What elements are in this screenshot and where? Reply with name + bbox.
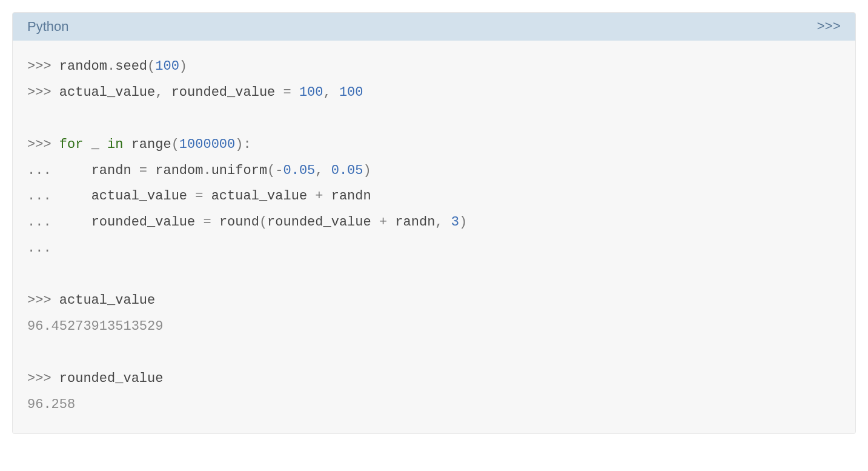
code-text: = [187, 189, 211, 204]
code-text: _ [91, 137, 99, 152]
code-text: , [435, 215, 451, 230]
code-content[interactable]: >>> random.seed(100) >>> actual_value, r… [13, 41, 855, 433]
code-block-header: Python >>> [13, 13, 855, 41]
code-text: randn [395, 215, 435, 230]
code-text: 100 [299, 85, 323, 100]
code-block: Python >>> >>> random.seed(100) >>> actu… [12, 12, 856, 434]
code-text [83, 137, 91, 152]
toggle-prompts-button[interactable]: >>> [817, 19, 841, 35]
code-text: random [155, 163, 203, 178]
code-text: , [315, 163, 331, 178]
code-text: = [131, 163, 156, 178]
code-text: ( [267, 163, 275, 178]
code-text: seed [115, 59, 147, 74]
continuation-prompt: ... [27, 241, 59, 256]
code-text: rounded_value [267, 215, 371, 230]
code-text: + [307, 189, 331, 204]
code-text: 100 [339, 85, 363, 100]
code-text: . [203, 163, 211, 178]
code-text [123, 137, 131, 152]
code-text: ) [363, 163, 371, 178]
code-keyword: for [59, 137, 84, 152]
code-text: . [107, 59, 115, 74]
code-text [59, 215, 91, 230]
code-text: ( [147, 59, 155, 74]
code-text: ) [179, 59, 187, 74]
code-text: ) [459, 215, 467, 230]
code-text: , [155, 85, 171, 100]
code-text: 100 [155, 59, 179, 74]
continuation-prompt: ... [27, 215, 59, 230]
code-text: ( [259, 215, 267, 230]
code-text: actual_value [59, 293, 155, 308]
code-text: actual_value [59, 85, 155, 100]
code-text: rounded_value [59, 371, 164, 386]
code-text: - [275, 163, 283, 178]
code-text: randn [91, 163, 131, 178]
code-text [59, 163, 91, 178]
code-text: + [371, 215, 396, 230]
prompt: >>> [27, 293, 59, 308]
code-text: ( [171, 137, 179, 152]
code-text: actual_value [91, 189, 187, 204]
code-text: 3 [451, 215, 459, 230]
prompt: >>> [27, 85, 59, 100]
prompt: >>> [27, 59, 59, 74]
code-text: ): [235, 137, 251, 152]
code-text: rounded_value [91, 215, 196, 230]
code-text: 1000000 [179, 137, 235, 152]
code-keyword: in [107, 137, 123, 152]
prompt: >>> [27, 371, 59, 386]
code-text: range [131, 137, 171, 152]
code-text: rounded_value [171, 85, 276, 100]
code-text: random [59, 59, 107, 74]
code-text: uniform [211, 163, 267, 178]
code-text: 0.05 [331, 163, 363, 178]
continuation-prompt: ... [27, 163, 59, 178]
code-text: = [195, 215, 219, 230]
continuation-prompt: ... [27, 189, 59, 204]
code-text: actual_value [211, 189, 307, 204]
language-label: Python [27, 19, 69, 35]
code-text: 0.05 [283, 163, 316, 178]
code-output: 96.258 [27, 397, 75, 412]
code-text: round [219, 215, 259, 230]
prompt: >>> [27, 137, 59, 152]
code-output: 96.45273913513529 [27, 319, 163, 334]
code-text [59, 189, 91, 204]
code-text [99, 137, 107, 152]
code-text: = [275, 85, 299, 100]
code-text: randn [331, 189, 371, 204]
code-text: , [323, 85, 339, 100]
